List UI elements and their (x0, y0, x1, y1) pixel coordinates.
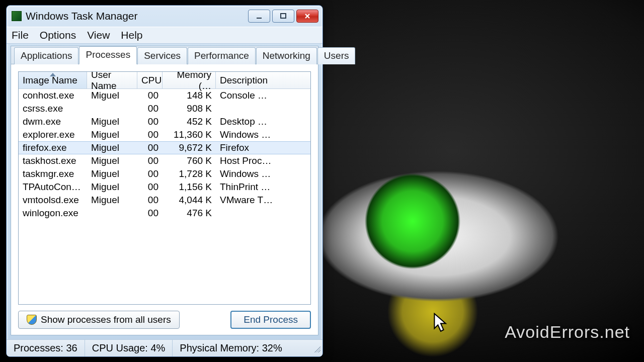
column-header-padding (301, 72, 310, 88)
process-rows-container: conhost.exeMiguel00148 KConsole …csrss.e… (19, 89, 310, 304)
client-area: Applications Processes Services Performa… (11, 46, 318, 335)
tab-performance[interactable]: Performance (188, 47, 256, 64)
minimize-icon (256, 13, 263, 20)
cell-image-name: dwm.exe (19, 116, 87, 127)
cell-memory: 148 K (163, 90, 216, 101)
table-row[interactable]: csrss.exe00908 K (19, 102, 310, 115)
status-process-count: Processes: 36 (7, 340, 85, 356)
cell-cpu: 00 (137, 116, 163, 127)
cell-user-name: Miguel (87, 155, 137, 166)
menu-file[interactable]: File (12, 29, 29, 41)
tab-services[interactable]: Services (137, 47, 187, 64)
processes-panel: Image Name User Name CPU Memory (… Descr… (11, 64, 318, 335)
table-row[interactable]: explorer.exeMiguel0011,360 KWindows … (19, 128, 310, 141)
cell-description: Windows … (216, 168, 310, 179)
sort-ascending-icon (50, 73, 56, 76)
table-row[interactable]: dwm.exeMiguel00452 KDesktop … (19, 115, 310, 128)
cell-image-name: vmtoolsd.exe (19, 195, 87, 206)
cell-description: ThinPrint … (216, 182, 310, 193)
cell-user-name: Miguel (87, 168, 137, 179)
cell-image-name: firefox.exe (19, 142, 87, 153)
tab-networking[interactable]: Networking (256, 47, 317, 64)
cell-description: VMware T… (216, 195, 310, 206)
cell-cpu: 00 (137, 90, 163, 101)
tab-users[interactable]: Users (317, 47, 356, 64)
cell-cpu: 00 (137, 208, 163, 219)
table-row[interactable]: conhost.exeMiguel00148 KConsole … (19, 89, 310, 102)
cell-description: Firefox (216, 142, 310, 153)
table-row[interactable]: TPAutoConne…Miguel001,156 KThinPrint … (19, 180, 310, 194)
cell-image-name: explorer.exe (19, 129, 87, 140)
mouse-cursor-icon (434, 313, 448, 333)
cell-cpu: 00 (137, 129, 163, 140)
minimize-button[interactable] (248, 10, 270, 23)
cell-memory: 4,044 K (163, 195, 216, 206)
table-row[interactable]: winlogon.exe00476 K (19, 207, 310, 220)
svg-rect-0 (257, 18, 262, 19)
cell-image-name: taskmgr.exe (19, 168, 87, 179)
cell-memory: 452 K (163, 116, 216, 127)
cell-image-name: csrss.exe (19, 103, 87, 114)
cell-user-name: Miguel (87, 195, 137, 206)
cell-image-name: conhost.exe (19, 90, 87, 101)
panel-button-row: Show processes from all users End Proces… (18, 305, 311, 330)
table-row[interactable]: taskmgr.exeMiguel001,728 KWindows … (19, 167, 310, 180)
table-row[interactable]: taskhost.exeMiguel00760 KHost Proc… (19, 154, 310, 167)
cell-memory: 11,360 K (163, 129, 216, 140)
process-list[interactable]: Image Name User Name CPU Memory (… Descr… (18, 71, 311, 305)
cell-cpu: 00 (137, 103, 163, 114)
cell-user-name: Miguel (87, 90, 137, 101)
menu-bar: File Options View Help (7, 27, 323, 44)
tab-processes[interactable]: Processes (79, 46, 137, 64)
show-all-users-label: Show processes from all users (41, 314, 171, 325)
cell-cpu: 00 (137, 142, 163, 153)
column-headers: Image Name User Name CPU Memory (… Descr… (19, 72, 310, 89)
column-cpu[interactable]: CPU (137, 72, 163, 88)
cell-memory: 1,728 K (163, 168, 216, 179)
cell-image-name: winlogon.exe (19, 208, 87, 219)
status-bar: Processes: 36 CPU Usage: 4% Physical Mem… (7, 339, 323, 356)
resize-gripper-icon[interactable] (312, 344, 320, 352)
column-user-name[interactable]: User Name (87, 72, 137, 88)
cell-description: Windows … (216, 129, 310, 140)
menu-view[interactable]: View (87, 29, 110, 41)
watermark-text: AvoidErrors.net (505, 322, 630, 342)
cell-memory: 1,156 K (163, 182, 216, 193)
tab-applications[interactable]: Applications (14, 47, 78, 64)
table-row[interactable]: firefox.exeMiguel009,672 KFirefox (19, 141, 310, 154)
window-title: Windows Task Manager (26, 10, 248, 22)
title-bar[interactable]: Windows Task Manager (7, 6, 323, 27)
status-cpu-usage: CPU Usage: 4% (85, 340, 173, 356)
menu-options[interactable]: Options (40, 29, 76, 41)
task-manager-window: Windows Task Manager File Options View H… (6, 5, 323, 357)
cell-user-name: Miguel (87, 182, 137, 193)
cell-memory: 908 K (163, 103, 216, 114)
cell-user-name: Miguel (87, 129, 137, 140)
cell-memory: 760 K (163, 155, 216, 166)
column-memory[interactable]: Memory (… (163, 72, 216, 88)
cell-cpu: 00 (137, 182, 163, 193)
maximize-button[interactable] (272, 10, 294, 23)
cell-user-name: Miguel (87, 116, 137, 127)
column-image-name[interactable]: Image Name (19, 72, 87, 88)
cell-description: Console … (216, 90, 310, 101)
cell-memory: 476 K (163, 208, 216, 219)
end-process-label: End Process (244, 314, 298, 325)
app-icon (12, 11, 22, 21)
cell-cpu: 00 (137, 195, 163, 206)
menu-help[interactable]: Help (121, 29, 142, 41)
cell-cpu: 00 (137, 155, 163, 166)
column-description[interactable]: Description (216, 72, 301, 88)
cell-image-name: taskhost.exe (19, 155, 87, 166)
cursor-highlight (397, 277, 478, 357)
uac-shield-icon (27, 315, 37, 325)
cell-user-name: Miguel (87, 142, 137, 153)
table-row[interactable]: vmtoolsd.exeMiguel004,044 KVMware T… (19, 194, 310, 207)
tab-strip: Applications Processes Services Performa… (11, 46, 318, 64)
svg-rect-1 (281, 14, 286, 18)
close-button[interactable] (296, 10, 318, 23)
end-process-button[interactable]: End Process (230, 311, 311, 329)
show-all-users-button[interactable]: Show processes from all users (18, 311, 180, 329)
status-physical-memory: Physical Memory: 32% (173, 340, 289, 356)
cell-description: Host Proc… (216, 155, 310, 166)
